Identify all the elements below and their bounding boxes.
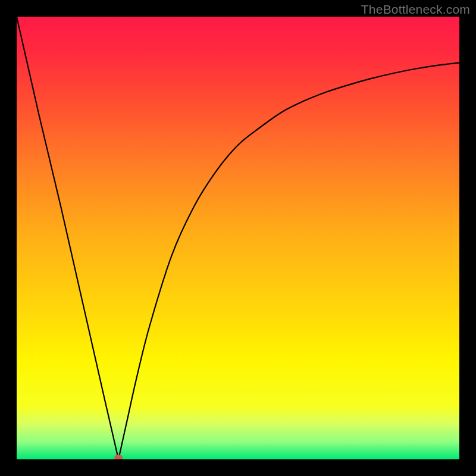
bottleneck-chart (17, 17, 459, 459)
watermark-text: TheBottleneck.com (361, 2, 470, 17)
gradient-background (17, 17, 459, 459)
chart-frame (17, 17, 459, 459)
